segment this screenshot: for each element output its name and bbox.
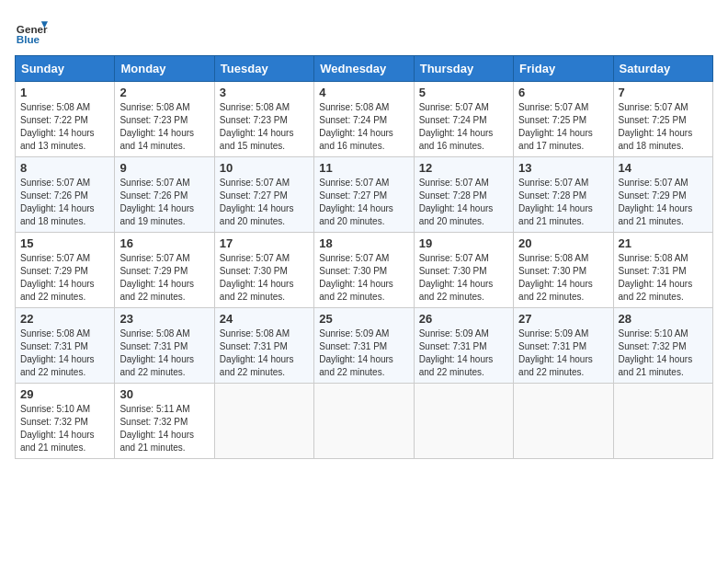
calendar-table: SundayMondayTuesdayWednesdayThursdayFrid… bbox=[15, 55, 713, 459]
sunrise-text: Sunrise: 5:07 AM bbox=[518, 102, 588, 112]
calendar-week-row-2: 8 Sunrise: 5:07 AM Sunset: 7:26 PM Dayli… bbox=[16, 157, 713, 233]
sunrise-text: Sunrise: 5:08 AM bbox=[220, 328, 290, 339]
sunset-text: Sunset: 7:26 PM bbox=[119, 190, 188, 201]
page-header: General Blue bbox=[15, 15, 713, 48]
sunset-text: Sunset: 7:31 PM bbox=[419, 341, 487, 351]
calendar-cell: 4 Sunrise: 5:08 AM Sunset: 7:24 PM Dayli… bbox=[314, 82, 414, 157]
day-info: Sunrise: 5:07 AM Sunset: 7:25 PM Dayligh… bbox=[619, 101, 708, 153]
daylight-text: Daylight: 14 hours and 22 minutes. bbox=[319, 279, 393, 302]
calendar-week-row-5: 29 Sunrise: 5:10 AM Sunset: 7:32 PM Dayl… bbox=[16, 384, 713, 459]
sunrise-text: Sunrise: 5:07 AM bbox=[419, 178, 489, 188]
daylight-text: Daylight: 14 hours and 19 minutes. bbox=[119, 203, 194, 226]
daylight-text: Daylight: 14 hours and 22 minutes. bbox=[20, 279, 95, 302]
calendar-cell: 9 Sunrise: 5:07 AM Sunset: 7:26 PM Dayli… bbox=[115, 157, 214, 233]
daylight-text: Daylight: 14 hours and 21 minutes. bbox=[619, 203, 693, 226]
calendar-cell: 8 Sunrise: 5:07 AM Sunset: 7:26 PM Dayli… bbox=[16, 157, 115, 233]
daylight-text: Daylight: 14 hours and 18 minutes. bbox=[619, 128, 693, 151]
calendar-cell: 25 Sunrise: 5:09 AM Sunset: 7:31 PM Dayl… bbox=[314, 308, 414, 384]
day-number: 10 bbox=[220, 161, 309, 175]
sunrise-text: Sunrise: 5:09 AM bbox=[319, 328, 389, 339]
day-number: 19 bbox=[419, 236, 508, 250]
calendar-cell: 21 Sunrise: 5:08 AM Sunset: 7:31 PM Dayl… bbox=[613, 233, 712, 308]
calendar-cell: 13 Sunrise: 5:07 AM Sunset: 7:28 PM Dayl… bbox=[514, 157, 613, 233]
calendar-cell bbox=[214, 384, 313, 459]
weekday-header-saturday: Saturday bbox=[613, 56, 712, 82]
day-number: 7 bbox=[619, 86, 708, 99]
calendar-cell: 19 Sunrise: 5:07 AM Sunset: 7:30 PM Dayl… bbox=[414, 233, 513, 308]
calendar-cell: 11 Sunrise: 5:07 AM Sunset: 7:27 PM Dayl… bbox=[314, 157, 414, 233]
day-info: Sunrise: 5:09 AM Sunset: 7:31 PM Dayligh… bbox=[419, 327, 508, 379]
day-info: Sunrise: 5:08 AM Sunset: 7:31 PM Dayligh… bbox=[20, 327, 109, 379]
daylight-text: Daylight: 14 hours and 22 minutes. bbox=[220, 354, 294, 377]
daylight-text: Daylight: 14 hours and 21 minutes. bbox=[20, 430, 95, 453]
sunrise-text: Sunrise: 5:08 AM bbox=[119, 328, 189, 339]
sunrise-text: Sunrise: 5:08 AM bbox=[518, 253, 588, 263]
daylight-text: Daylight: 14 hours and 21 minutes. bbox=[518, 203, 593, 226]
day-number: 13 bbox=[518, 161, 608, 175]
sunrise-text: Sunrise: 5:07 AM bbox=[220, 178, 290, 188]
logo-icon: General Blue bbox=[15, 15, 48, 48]
sunset-text: Sunset: 7:32 PM bbox=[619, 341, 687, 351]
day-number: 24 bbox=[220, 312, 309, 326]
calendar-cell bbox=[414, 384, 513, 459]
daylight-text: Daylight: 14 hours and 20 minutes. bbox=[419, 203, 494, 226]
sunrise-text: Sunrise: 5:07 AM bbox=[518, 178, 588, 188]
daylight-text: Daylight: 14 hours and 22 minutes. bbox=[20, 354, 95, 377]
day-info: Sunrise: 5:07 AM Sunset: 7:28 PM Dayligh… bbox=[518, 177, 608, 228]
daylight-text: Daylight: 14 hours and 22 minutes. bbox=[319, 354, 393, 377]
sunrise-text: Sunrise: 5:07 AM bbox=[220, 253, 290, 263]
daylight-text: Daylight: 14 hours and 22 minutes. bbox=[419, 354, 494, 377]
sunset-text: Sunset: 7:29 PM bbox=[619, 190, 687, 201]
day-info: Sunrise: 5:08 AM Sunset: 7:31 PM Dayligh… bbox=[220, 327, 309, 379]
weekday-header-wednesday: Wednesday bbox=[314, 56, 414, 82]
sunrise-text: Sunrise: 5:09 AM bbox=[419, 328, 489, 339]
day-number: 28 bbox=[619, 312, 708, 326]
weekday-header-thursday: Thursday bbox=[414, 56, 513, 82]
daylight-text: Daylight: 14 hours and 17 minutes. bbox=[518, 128, 593, 151]
sunrise-text: Sunrise: 5:08 AM bbox=[20, 328, 90, 339]
day-number: 25 bbox=[319, 312, 408, 326]
day-info: Sunrise: 5:08 AM Sunset: 7:22 PM Dayligh… bbox=[20, 101, 109, 153]
day-number: 17 bbox=[220, 236, 309, 250]
sunset-text: Sunset: 7:24 PM bbox=[419, 115, 487, 125]
day-number: 8 bbox=[20, 161, 109, 175]
day-number: 23 bbox=[119, 312, 209, 326]
calendar-cell: 30 Sunrise: 5:11 AM Sunset: 7:32 PM Dayl… bbox=[115, 384, 214, 459]
calendar-cell: 23 Sunrise: 5:08 AM Sunset: 7:31 PM Dayl… bbox=[115, 308, 214, 384]
sunset-text: Sunset: 7:25 PM bbox=[518, 115, 586, 125]
day-number: 21 bbox=[619, 236, 708, 250]
day-number: 22 bbox=[20, 312, 109, 326]
day-info: Sunrise: 5:10 AM Sunset: 7:32 PM Dayligh… bbox=[20, 403, 109, 454]
sunset-text: Sunset: 7:30 PM bbox=[419, 266, 487, 276]
day-number: 5 bbox=[419, 86, 508, 99]
day-info: Sunrise: 5:07 AM Sunset: 7:29 PM Dayligh… bbox=[619, 177, 708, 228]
daylight-text: Daylight: 14 hours and 13 minutes. bbox=[20, 128, 95, 151]
day-number: 16 bbox=[119, 236, 209, 250]
sunset-text: Sunset: 7:27 PM bbox=[319, 190, 387, 201]
sunset-text: Sunset: 7:30 PM bbox=[319, 266, 387, 276]
calendar-cell: 10 Sunrise: 5:07 AM Sunset: 7:27 PM Dayl… bbox=[214, 157, 313, 233]
sunrise-text: Sunrise: 5:08 AM bbox=[20, 102, 90, 112]
daylight-text: Daylight: 14 hours and 20 minutes. bbox=[220, 203, 294, 226]
calendar-week-row-4: 22 Sunrise: 5:08 AM Sunset: 7:31 PM Dayl… bbox=[16, 308, 713, 384]
calendar-cell bbox=[314, 384, 414, 459]
sunset-text: Sunset: 7:32 PM bbox=[119, 417, 188, 427]
day-number: 3 bbox=[220, 86, 309, 99]
daylight-text: Daylight: 14 hours and 22 minutes. bbox=[619, 279, 693, 302]
daylight-text: Daylight: 14 hours and 14 minutes. bbox=[119, 128, 194, 151]
daylight-text: Daylight: 14 hours and 16 minutes. bbox=[419, 128, 494, 151]
weekday-header-sunday: Sunday bbox=[16, 56, 115, 82]
sunrise-text: Sunrise: 5:09 AM bbox=[518, 328, 588, 339]
day-number: 1 bbox=[20, 86, 109, 99]
sunset-text: Sunset: 7:31 PM bbox=[619, 266, 687, 276]
daylight-text: Daylight: 14 hours and 18 minutes. bbox=[20, 203, 95, 226]
day-info: Sunrise: 5:09 AM Sunset: 7:31 PM Dayligh… bbox=[518, 327, 608, 379]
day-info: Sunrise: 5:08 AM Sunset: 7:30 PM Dayligh… bbox=[518, 252, 608, 304]
day-number: 20 bbox=[518, 236, 608, 250]
sunset-text: Sunset: 7:30 PM bbox=[518, 266, 586, 276]
calendar-cell: 5 Sunrise: 5:07 AM Sunset: 7:24 PM Dayli… bbox=[414, 82, 513, 157]
calendar-cell: 26 Sunrise: 5:09 AM Sunset: 7:31 PM Dayl… bbox=[414, 308, 513, 384]
sunset-text: Sunset: 7:28 PM bbox=[518, 190, 586, 201]
sunrise-text: Sunrise: 5:10 AM bbox=[20, 404, 90, 414]
daylight-text: Daylight: 14 hours and 22 minutes. bbox=[518, 354, 593, 377]
